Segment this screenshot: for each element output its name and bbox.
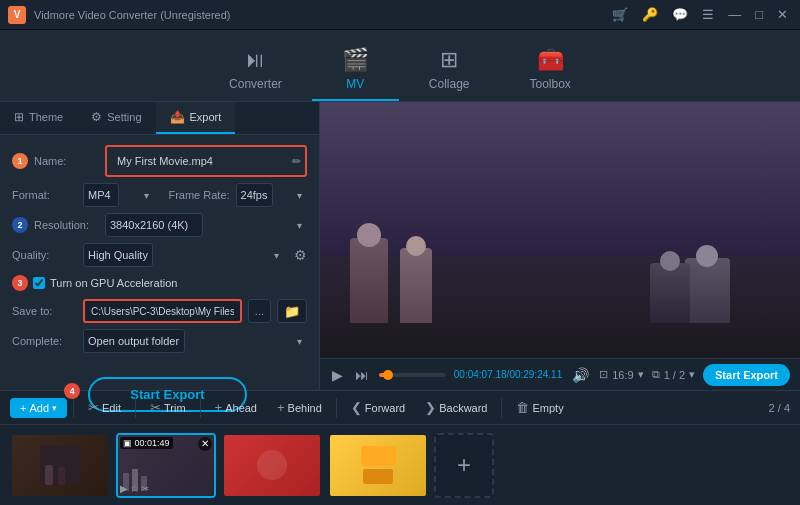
trim-button[interactable]: ✂ Trim	[142, 396, 194, 419]
edit-button[interactable]: ✂ Edit	[80, 396, 129, 419]
start-export-right-button[interactable]: Start Export	[703, 364, 790, 386]
total-time: 00:29:24.11	[509, 369, 562, 380]
page-value: 1 / 2	[664, 369, 685, 381]
ahead-button[interactable]: + Ahead	[207, 396, 265, 419]
resolution-select[interactable]: 3840x2160 (4K) 1920x1080 (FHD) 1280x720 …	[105, 213, 203, 237]
trim-label: Trim	[164, 402, 186, 414]
add-icon: +	[20, 402, 26, 414]
fps-select-wrapper: 24fps 30fps 60fps	[236, 183, 307, 207]
person-2	[400, 248, 432, 323]
open-folder-button[interactable]: 📁	[277, 299, 307, 323]
format-label: Format:	[12, 189, 77, 201]
export-icon: 📤	[170, 110, 185, 124]
name-input[interactable]	[111, 149, 288, 173]
progress-bar[interactable]	[379, 373, 446, 377]
minimize-icon[interactable]: —	[724, 7, 745, 22]
export-label: Export	[190, 111, 222, 123]
page-indicator: 2 / 4	[769, 402, 790, 414]
maximize-icon[interactable]: □	[751, 7, 767, 22]
tab-setting[interactable]: ⚙ Setting	[77, 102, 155, 134]
nav-toolbox[interactable]: 🧰 Toolbox	[500, 39, 601, 101]
quality-settings-icon[interactable]: ⚙	[294, 247, 307, 263]
quality-select[interactable]: High Quality Standard Low	[83, 243, 153, 267]
empty-button[interactable]: 🗑 Empty	[508, 396, 571, 419]
time-display: 00:04:07.18/00:29:24.11	[454, 369, 562, 380]
page-counter[interactable]: ⧉ 1 / 2 ▾	[652, 368, 695, 381]
step-badge-2: 2	[12, 217, 28, 233]
ratio-icon: ⊡	[599, 368, 608, 381]
scene-overlay	[320, 102, 800, 358]
film-item-3[interactable]	[222, 433, 322, 498]
gpu-checkbox[interactable]	[33, 277, 45, 289]
saveto-input[interactable]	[83, 299, 242, 323]
name-field-box: ✏	[105, 145, 307, 177]
window-controls[interactable]: 🛒 🔑 💬 ☰ — □ ✕	[608, 7, 792, 22]
main-layout: ⊞ Theme ⚙ Setting 📤 Export 1 Name: ✏	[0, 102, 800, 390]
chat-icon[interactable]: 💬	[668, 7, 692, 22]
play-small-icon: ▶	[120, 483, 128, 494]
person-4	[650, 263, 690, 323]
complete-select[interactable]: Open output folder Do nothing Shutdown	[83, 329, 185, 353]
close-icon[interactable]: ✕	[773, 7, 792, 22]
collage-label: Collage	[429, 77, 470, 91]
edit-label: Edit	[102, 402, 121, 414]
play-button[interactable]: ▶	[330, 367, 345, 383]
toolbox-icon: 🧰	[537, 47, 564, 73]
cart-icon[interactable]: 🛒	[608, 7, 632, 22]
add-label: Add	[29, 402, 49, 414]
format-select-wrapper: MP4 MOV AVI	[83, 183, 154, 207]
volume-button[interactable]: 🔊	[570, 367, 591, 383]
setting-icon: ⚙	[91, 110, 102, 124]
film-thumb-1	[12, 435, 108, 496]
backward-button[interactable]: ❯ Backward	[417, 396, 495, 419]
step-badge-4: 4	[64, 383, 80, 399]
trash-icon: 🗑	[516, 400, 529, 415]
panel-tabs: ⊞ Theme ⚙ Setting 📤 Export	[0, 102, 319, 135]
format-select[interactable]: MP4 MOV AVI	[83, 183, 119, 207]
film-add-button[interactable]: +	[434, 433, 494, 498]
progress-dot	[383, 370, 393, 380]
quality-label: Quality:	[12, 249, 77, 261]
complete-label: Complete:	[12, 335, 77, 347]
browse-button[interactable]: ...	[248, 299, 271, 323]
video-controls: ▶ ⏭ 00:04:07.18/00:29:24.11 🔊 ⊡ 16:9 ▾ ⧉…	[320, 358, 800, 390]
step-badge-1: 1	[12, 153, 28, 169]
tab-theme[interactable]: ⊞ Theme	[0, 102, 77, 134]
theme-label: Theme	[29, 111, 63, 123]
edit-icon[interactable]: ✏	[292, 155, 301, 168]
tab-export[interactable]: 📤 Export	[156, 102, 236, 134]
person-1	[350, 238, 388, 323]
saveto-label: Save to:	[12, 305, 77, 317]
next-button[interactable]: ⏭	[353, 367, 371, 383]
separator-5	[501, 398, 502, 418]
page-chevron: ▾	[689, 368, 695, 381]
step-badge-3: 3	[12, 275, 28, 291]
name-row: 1 Name: ✏	[12, 145, 307, 177]
ratio-selector[interactable]: ⊡ 16:9 ▾	[599, 368, 643, 381]
film-item-4[interactable]	[328, 433, 428, 498]
person-3	[685, 258, 730, 323]
key-icon[interactable]: 🔑	[638, 7, 662, 22]
film-item-1[interactable]	[10, 433, 110, 498]
setting-label: Setting	[107, 111, 141, 123]
nav-mv[interactable]: 🎬 MV	[312, 39, 399, 101]
add-button[interactable]: + Add ▾	[10, 398, 67, 418]
nav-converter[interactable]: ⏯ Converter	[199, 39, 312, 101]
film-thumb-4	[330, 435, 426, 496]
nav-collage[interactable]: ⊞ Collage	[399, 39, 500, 101]
edit-icon: ✂	[88, 400, 99, 415]
menu-icon[interactable]: ☰	[698, 7, 718, 22]
fps-select[interactable]: 24fps 30fps 60fps	[236, 183, 273, 207]
video-area	[320, 102, 800, 358]
converter-icon: ⏯	[244, 47, 266, 73]
left-panel: ⊞ Theme ⚙ Setting 📤 Export 1 Name: ✏	[0, 102, 320, 390]
video-placeholder	[320, 102, 800, 358]
plus-icon: +	[457, 451, 471, 479]
film-item-2[interactable]: ▣ 00:01:49 ▶ ☆ ✂ ✕	[116, 433, 216, 498]
separator-1	[73, 398, 74, 418]
add-dropdown-icon: ▾	[52, 403, 57, 413]
gpu-row: 3 Turn on GPU Acceleration	[12, 275, 307, 291]
forward-button[interactable]: ❮ Forward	[343, 396, 413, 419]
behind-button[interactable]: + Behind	[269, 396, 330, 419]
film-close-2[interactable]: ✕	[198, 437, 212, 451]
